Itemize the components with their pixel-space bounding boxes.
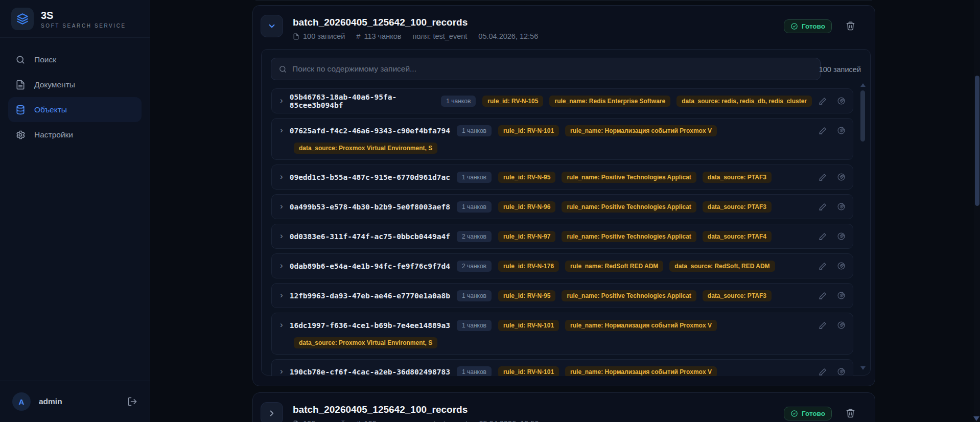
- record-row[interactable]: › 05b46763-18ab-40a6-95fa-85cee3b094bf 1…: [271, 88, 853, 113]
- records-count-label: 100 записей: [819, 65, 861, 74]
- batch-title: batch_20260405_125642_100_records: [293, 404, 468, 415]
- record-id: 190cb78e-cf6f-4cac-a2eb-36d802498783: [290, 368, 450, 376]
- meta-badge: rule_name: Redis Enterprise Software: [549, 96, 670, 107]
- edit-record-button[interactable]: [819, 262, 827, 270]
- attach-record-button[interactable]: [837, 262, 846, 270]
- hash-icon: #: [356, 32, 360, 40]
- chevron-right-icon[interactable]: ›: [280, 172, 283, 181]
- meta-badge: rule_id: RV-N-105: [482, 96, 543, 107]
- pencil-icon: [819, 292, 827, 300]
- meta-badge: rule_id: RV-N-101: [498, 125, 559, 136]
- meta-badge: data_source: PTAF3: [703, 172, 772, 183]
- page-scrollbar-thumb[interactable]: [975, 76, 979, 206]
- meta-badge: rule_id: RV-N-101: [498, 366, 559, 377]
- record-badges: rule_id: RV-N-95rule_name: Positive Tech…: [498, 290, 772, 301]
- status-label: Готово: [802, 410, 825, 417]
- delete-batch-button[interactable]: [846, 408, 855, 418]
- document-icon: [15, 80, 26, 90]
- records-scrollbar-thumb[interactable]: [860, 90, 865, 142]
- chunks-badge: 2 чанков: [457, 231, 492, 242]
- expand-batch-button[interactable]: [261, 402, 283, 422]
- collapse-batch-button[interactable]: [261, 15, 283, 37]
- meta-badge: rule_name: RedSoft RED ADM: [565, 261, 663, 272]
- batch-chunks-count: 113 чанков: [364, 32, 401, 40]
- record-row[interactable]: › 12fb9963-da93-47eb-ae46-e7770e1a0a8b 1…: [271, 283, 853, 308]
- meta-badge: rule_name: Нормализация событий Proxmox …: [565, 320, 717, 331]
- record-row[interactable]: › 0d0383e6-311f-474f-ac75-0bbcb0449a4f 2…: [271, 224, 853, 249]
- meta-badge: data_source: Proxmox Virtual Environment…: [294, 337, 437, 348]
- attach-record-button[interactable]: [837, 291, 846, 300]
- pencil-icon: [819, 97, 827, 105]
- sidebar-item-label: Настройки: [34, 130, 73, 139]
- attach-record-button[interactable]: [837, 232, 846, 241]
- edit-record-button[interactable]: [819, 368, 827, 376]
- record-id: 05b46763-18ab-40a6-95fa-85cee3b094bf: [290, 93, 435, 109]
- chevron-right-icon[interactable]: ›: [280, 261, 283, 270]
- pencil-icon: [819, 368, 827, 376]
- edit-record-button[interactable]: [819, 232, 827, 241]
- paperclip-circle-icon: [837, 321, 846, 330]
- trash-icon: [846, 408, 855, 418]
- record-row[interactable]: › 07625afd-f4c2-46a6-9343-c90ef4bfa794 1…: [271, 118, 853, 160]
- edit-record-button[interactable]: [819, 173, 827, 181]
- batch-date: 05.04.2026, 12:56: [479, 419, 539, 422]
- batch-records-count: 100 записей: [303, 419, 345, 422]
- pencil-icon: [819, 203, 827, 211]
- batch-chunks-count: 100 чанков: [364, 419, 402, 422]
- avatar: A: [12, 392, 31, 411]
- edit-record-button[interactable]: [819, 321, 827, 330]
- edit-record-button[interactable]: [819, 127, 827, 135]
- edit-record-button[interactable]: [819, 97, 827, 105]
- meta-badge: data_source: Proxmox Virtual Environment…: [294, 143, 437, 154]
- attach-record-button[interactable]: [837, 173, 846, 181]
- record-row[interactable]: › 190cb78e-cf6f-4cac-a2eb-36d802498783 1…: [271, 359, 853, 376]
- chevron-right-icon[interactable]: ›: [280, 96, 283, 105]
- search-icon: [15, 55, 26, 65]
- chevron-right-icon[interactable]: ›: [280, 126, 283, 134]
- logout-button[interactable]: [127, 396, 137, 407]
- page-scroll-down-arrow[interactable]: [973, 416, 979, 421]
- record-row[interactable]: › 16dc1997-f636-4ce1-b69b-7e4ee14889a3 1…: [271, 313, 853, 355]
- scroll-up-arrow[interactable]: [860, 83, 866, 87]
- chevron-right-icon[interactable]: ›: [280, 202, 283, 210]
- sidebar-item-search[interactable]: Поиск: [8, 47, 142, 72]
- record-row[interactable]: › 0dab89b6-e54a-4e1b-94fc-fe9f76c9f7d4 2…: [271, 253, 853, 278]
- records-search-input[interactable]: [292, 64, 813, 74]
- record-id: 07625afd-f4c2-46a6-9343-c90ef4bfa794: [290, 127, 450, 135]
- gear-icon: [15, 130, 26, 140]
- edit-record-button[interactable]: [819, 292, 827, 300]
- trash-icon: [846, 21, 855, 31]
- attach-record-button[interactable]: [837, 126, 846, 135]
- pencil-icon: [819, 262, 827, 270]
- sidebar-item-label: Документы: [34, 80, 75, 89]
- attach-record-button[interactable]: [837, 321, 846, 330]
- attach-record-button[interactable]: [837, 97, 846, 105]
- batch-header: batch_20260405_125642_100_records 100 за…: [253, 6, 875, 49]
- chevron-right-icon[interactable]: ›: [280, 320, 283, 329]
- meta-badge: rule_id: RV-N-96: [498, 201, 555, 213]
- record-row[interactable]: › 09edd1c3-b55a-487c-915e-6770d961d7ac 1…: [271, 165, 853, 190]
- record-id: 12fb9963-da93-47eb-ae46-e7770e1a0a8b: [290, 292, 450, 300]
- status-label: Готово: [802, 22, 825, 30]
- scroll-down-arrow[interactable]: [860, 366, 866, 370]
- meta-badge: rule_id: RV-N-95: [498, 290, 555, 301]
- record-id: 16dc1997-f636-4ce1-b69b-7e4ee14889a3: [290, 321, 450, 330]
- record-row[interactable]: › 0a499b53-e578-4b30-b2b9-5e0f8003aef8 1…: [271, 194, 853, 219]
- chevron-right-icon[interactable]: ›: [280, 367, 283, 376]
- sidebar-item-objects[interactable]: Объекты: [8, 97, 142, 122]
- delete-batch-button[interactable]: [846, 21, 855, 31]
- chunks-badge: 1 чанков: [457, 366, 492, 377]
- edit-record-button[interactable]: [819, 203, 827, 211]
- batch-header: batch_20260405_125642_100_records 100 за…: [253, 393, 875, 422]
- layers-icon: [16, 12, 29, 26]
- chunks-badge: 1 чанков: [441, 96, 476, 107]
- paperclip-circle-icon: [837, 367, 846, 376]
- attach-record-button[interactable]: [837, 367, 846, 376]
- sidebar-item-settings[interactable]: Настройки: [8, 122, 142, 147]
- meta-badge: rule_name: Positive Technologies Applica…: [562, 290, 696, 301]
- attach-record-button[interactable]: [837, 202, 846, 211]
- search-icon: [278, 65, 287, 74]
- chevron-right-icon[interactable]: ›: [280, 291, 283, 299]
- chevron-right-icon[interactable]: ›: [280, 231, 283, 240]
- sidebar-item-documents[interactable]: Документы: [8, 72, 142, 97]
